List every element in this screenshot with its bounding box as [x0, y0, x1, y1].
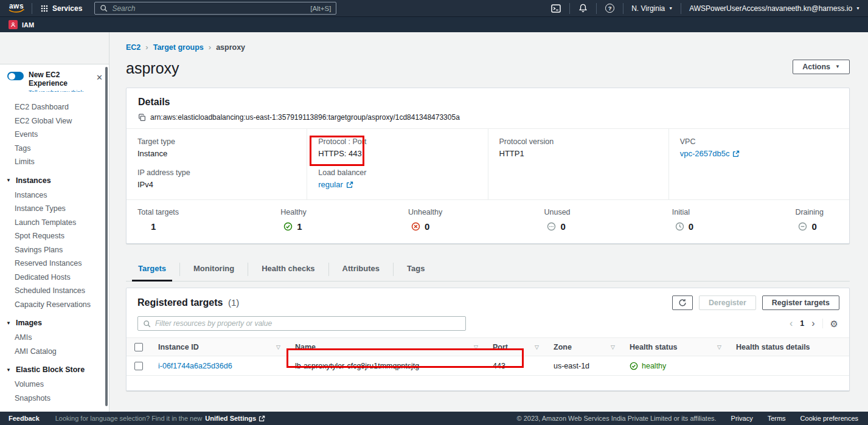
- tab-monitoring[interactable]: Monitoring: [192, 259, 235, 281]
- tab-targets[interactable]: Targets: [137, 259, 167, 281]
- sidebar-item-ami-catalog[interactable]: AMI Catalog: [0, 345, 109, 359]
- refresh-button[interactable]: [672, 295, 693, 310]
- sidebar-item-snapshots[interactable]: Snapshots: [0, 392, 109, 406]
- previous-page-icon[interactable]: ‹: [790, 319, 793, 328]
- sidebar-item-reserved-instances[interactable]: Reserved Instances: [0, 257, 109, 271]
- tab-attributes[interactable]: Attributes: [341, 259, 381, 281]
- actions-button[interactable]: Actions ▼: [793, 60, 850, 74]
- caret-down-icon: ▼: [668, 6, 673, 10]
- x-circle-icon: [411, 222, 420, 231]
- register-targets-button[interactable]: Register targets: [762, 295, 839, 310]
- copy-icon[interactable]: [138, 114, 146, 122]
- sidebar-item-spot-requests[interactable]: Spot Requests: [0, 229, 109, 243]
- aws-smile-icon: [9, 9, 24, 13]
- column-header-port[interactable]: Port ▽: [485, 343, 546, 351]
- breadcrumb-ec2[interactable]: EC2: [126, 43, 141, 52]
- registered-targets-title: Registered targets: [137, 297, 223, 308]
- stat-healthy: Healthy 1: [280, 208, 306, 232]
- column-header-instance-id[interactable]: Instance ID ▽: [151, 343, 288, 351]
- iam-icon: [9, 20, 18, 29]
- favorite-iam[interactable]: IAM: [0, 20, 43, 29]
- tab-health-checks[interactable]: Health checks: [260, 259, 316, 281]
- protocol-port-value: HTTPS: 443: [318, 148, 476, 159]
- sort-icon[interactable]: ▽: [276, 344, 280, 350]
- filter-input[interactable]: [155, 319, 460, 328]
- sidebar-item-scheduled-instances[interactable]: Scheduled Instances: [0, 284, 109, 298]
- gear-icon[interactable]: ⚙: [830, 319, 838, 328]
- target-health-cell: healthy: [622, 362, 729, 370]
- target-group-arn: arn:aws:elasticloadbalancing:us-east-1:3…: [150, 113, 460, 122]
- page-number[interactable]: 1: [800, 319, 804, 328]
- row-checkbox[interactable]: [134, 362, 143, 370]
- sidebar-item-amis[interactable]: AMIs: [0, 331, 109, 345]
- next-page-icon[interactable]: ›: [811, 319, 814, 328]
- breadcrumb-target-groups[interactable]: Target groups: [153, 43, 204, 52]
- sidebar-item-ec2-global-view[interactable]: EC2 Global View: [0, 114, 109, 128]
- search-input[interactable]: [112, 4, 306, 13]
- favorites-bar: IAM: [0, 16, 868, 32]
- sidebar-item-tags[interactable]: Tags: [0, 142, 109, 156]
- deregister-button[interactable]: Deregister: [699, 295, 756, 310]
- sidebar-item-instance-types[interactable]: Instance Types: [0, 202, 109, 216]
- privacy-link[interactable]: Privacy: [731, 415, 753, 422]
- close-icon[interactable]: ✕: [96, 73, 103, 82]
- unified-settings-link[interactable]: Unified Settings: [205, 415, 265, 422]
- tab-tags[interactable]: Tags: [406, 259, 426, 281]
- sort-icon[interactable]: ▽: [611, 344, 615, 350]
- sidebar-item-volumes[interactable]: Volumes: [0, 378, 109, 392]
- account-menu[interactable]: AWSPowerUserAccess/navaneeth.kn@harness.…: [681, 0, 868, 16]
- help-button[interactable]: ?: [597, 0, 623, 16]
- region-label: N. Virginia: [631, 4, 665, 13]
- caret-down-icon: ▼: [835, 64, 840, 69]
- column-header-name[interactable]: Name ▽: [288, 343, 485, 351]
- target-zone-cell: us-east-1d: [546, 362, 622, 370]
- details-column-3: Protocol version HTTP1: [488, 129, 668, 199]
- vpc-link[interactable]: vpc-2657db5c: [680, 148, 740, 159]
- caret-down-icon: ▼: [856, 6, 860, 10]
- sort-icon[interactable]: ▽: [474, 344, 478, 350]
- search-icon: [100, 4, 108, 12]
- services-menu[interactable]: Services: [32, 4, 91, 13]
- breadcrumb-current: asproxy: [216, 43, 245, 52]
- terms-link[interactable]: Terms: [768, 415, 786, 422]
- sidebar-section-elastic-block-store[interactable]: ▼ Elastic Block Store: [0, 358, 109, 378]
- sidebar-item-dedicated-hosts[interactable]: Dedicated Hosts: [0, 271, 109, 285]
- aws-logo-text: aws: [9, 3, 24, 9]
- column-header-health-status[interactable]: Health status ▽: [622, 343, 729, 351]
- select-all-checkbox[interactable]: [134, 343, 143, 351]
- sidebar-item-capacity-reservations[interactable]: Capacity Reservations: [0, 298, 109, 312]
- bell-icon: [578, 4, 588, 13]
- clock-icon: [675, 222, 684, 231]
- notifications-button[interactable]: [570, 0, 596, 16]
- global-search[interactable]: [Alt+S]: [94, 2, 336, 15]
- registered-targets-panel: Registered targets (1) Deregister Regist…: [126, 288, 850, 391]
- sidebar-item-launch-templates[interactable]: Launch Templates: [0, 216, 109, 230]
- sidebar-item-ec2-dashboard[interactable]: EC2 Dashboard: [0, 100, 109, 114]
- region-selector[interactable]: N. Virginia ▼: [623, 0, 681, 16]
- sidebar-item-limits[interactable]: Limits: [0, 155, 109, 169]
- cookie-preferences-link[interactable]: Cookie preferences: [800, 415, 858, 422]
- sidebar-item-savings-plans[interactable]: Savings Plans: [0, 243, 109, 257]
- feedback-link[interactable]: Feedback: [0, 415, 55, 422]
- load-balancer-link[interactable]: regular: [318, 179, 353, 190]
- sort-icon[interactable]: ▽: [535, 344, 539, 350]
- caret-down-icon: ▼: [6, 178, 11, 183]
- sort-icon[interactable]: ▽: [717, 344, 721, 350]
- details-column-2: Protocol : Port HTTPS: 443 Load balancer…: [307, 129, 487, 199]
- sidebar-item-events[interactable]: Events: [0, 128, 109, 142]
- main-content: EC2 › Target groups › asproxy asproxy Ac…: [109, 32, 868, 412]
- aws-logo[interactable]: aws: [9, 3, 24, 13]
- stat-total-targets: Total targets 1: [137, 208, 179, 232]
- sidebar-section-images[interactable]: ▼ Images: [0, 311, 109, 331]
- sidebar-section-instances[interactable]: ▼ Instances: [0, 169, 109, 188]
- sidebar-scrollbar[interactable]: [105, 67, 108, 406]
- field-label: IP address type: [137, 168, 296, 178]
- cloudshell-button[interactable]: [543, 0, 569, 16]
- instance-id-link[interactable]: i-06f1744a6a25d36d6: [158, 362, 232, 370]
- page-title: asproxy: [126, 60, 179, 77]
- details-column-4: VPC vpc-2657db5c: [668, 129, 849, 199]
- column-header-zone[interactable]: Zone ▽: [546, 343, 622, 351]
- sidebar-item-instances[interactable]: Instances: [0, 188, 109, 202]
- new-experience-toggle[interactable]: [7, 72, 24, 80]
- table-bottom-padding: [127, 376, 849, 390]
